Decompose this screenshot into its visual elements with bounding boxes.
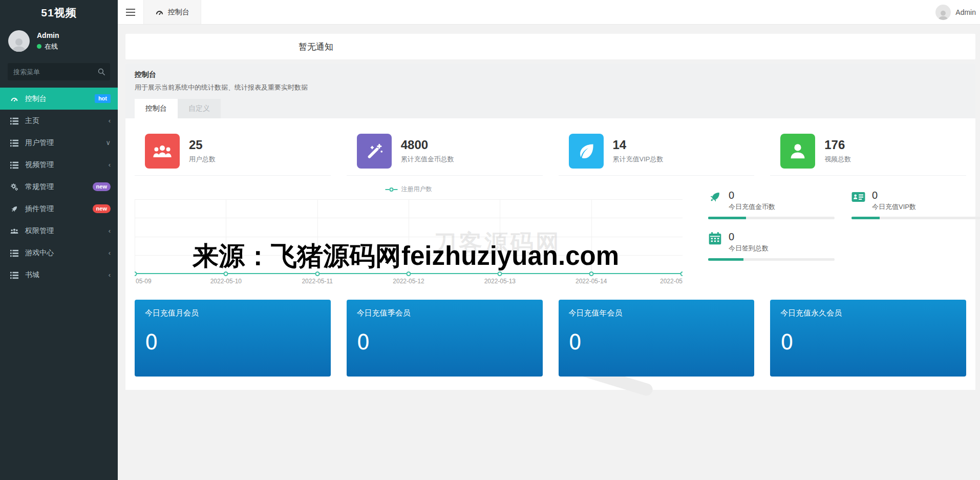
stat-card-total-users: 25用户总数 [135,127,331,176]
member-card-month: 今日充值月会员0 [135,300,331,377]
sidebar-item-label: 插件管理 [25,204,54,214]
progress-bar [851,217,980,219]
sidebar-item-users[interactable]: 用户管理∨ [0,132,118,154]
tab-console[interactable]: 控制台 [135,99,178,118]
calendar-icon [708,232,722,245]
user-status-label: 在线 [45,42,58,51]
member-card-label: 今日充值年会员 [569,308,744,318]
today-stats-grid: 0今日充值金币数0今日充值VIP数0今日签到总数 [708,184,980,287]
search-input[interactable] [8,63,110,80]
chevron-left-icon: ‹ [109,227,111,234]
panel-header: 控制台 用于展示当前系统中的统计数据、统计报表及重要实时数据 控制台自定义 [125,64,975,118]
data-point-marker [407,272,411,276]
user-status: 在线 [37,42,59,51]
tab-custom[interactable]: 自定义 [178,99,221,118]
gears-icon [10,183,18,191]
legend-line-marker-icon [386,187,398,192]
notice-bar: 暂无通知 [125,34,975,59]
panel-description: 用于展示当前系统中的统计数据、统计报表及重要实时数据 [135,83,966,92]
sidebar-item-plugins[interactable]: 插件管理new [0,198,118,220]
list-icon [10,117,18,125]
magic-wand-icon [357,134,392,169]
topbar: 控制台 Admin [118,0,980,25]
stat-value: 25 [189,138,216,152]
chevron-left-icon: ‹ [109,161,111,168]
sidebar-user-block: Admin 在线 [0,23,118,57]
stat-card-total-coins: 4800累计充值金币总数 [347,127,543,176]
member-card-forever: 今日充值永久会员0 [770,300,966,377]
chevron-left-icon: ‹ [109,272,111,278]
sidebar-item-games[interactable]: 游戏中心‹ [0,242,118,264]
chart-x-axis-labels: 05-092022-05-102022-05-112022-05-122022-… [135,278,683,285]
today-stat-today-vip: 0今日充值VIP数 [851,190,980,219]
data-point-marker [589,272,593,276]
grid-line [135,255,683,256]
member-card-value: 0 [357,330,532,354]
menu-badge: new [93,182,111,191]
chart-plot-area [135,199,683,274]
leaf-icon [569,134,604,169]
stat-value: 14 [613,138,664,152]
sidebar-item-console[interactable]: 控制台hot [0,88,118,110]
chevron-left-icon: ‹ [109,249,111,256]
online-dot-icon [37,44,41,49]
sidebar-item-bookstore[interactable]: 书城‹ [0,264,118,286]
today-stat-value: 0 [872,190,916,200]
today-stat-label: 今日签到总数 [729,244,769,253]
grid-line [135,237,683,237]
panel-tabs: 控制台自定义 [135,99,966,118]
list-icon [10,249,18,257]
sidebar-item-videos[interactable]: 视频管理‹ [0,154,118,176]
sidebar-item-general[interactable]: 常规管理new [0,176,118,198]
dashboard-row: 注册用户数 05-092022-05-102022-05-112022-05-1… [135,184,966,287]
dashboard-icon [10,95,18,103]
legend-label: 注册用户数 [401,185,432,194]
content: 暂无通知 控制台 用于展示当前系统中的统计数据、统计报表及重要实时数据 控制台自… [118,25,980,390]
member-card-year: 今日充值年会员0 [559,300,755,377]
member-card-value: 0 [780,330,956,354]
sidebar-item-label: 书城 [25,270,39,280]
data-point-marker [135,272,137,276]
notice-text: 暂无通知 [299,41,333,53]
data-point-marker [224,272,228,276]
sidebar-item-home[interactable]: 主页‹ [0,110,118,132]
stat-label: 视频总数 [824,155,851,164]
topbar-tab-label: 控制台 [168,8,189,17]
list-icon [10,271,18,279]
member-card-label: 今日充值月会员 [145,308,321,318]
sidebar-item-label: 控制台 [25,94,47,103]
users-icon [145,134,180,169]
member-card-label: 今日充值永久会员 [780,308,956,318]
progress-fill [851,217,880,219]
sidebar-item-label: 权限管理 [25,226,54,236]
sidebar-menu: 控制台hot主页‹用户管理∨视频管理‹常规管理new插件管理new权限管理‹游戏… [0,88,118,286]
x-axis-tick-label: 2022-05 [660,278,683,285]
x-axis-tick-label: 05-09 [136,278,152,285]
x-axis-tick-label: 2022-05-11 [302,278,333,285]
hamburger-menu-icon[interactable] [118,0,143,24]
topbar-user-label: Admin [955,8,976,16]
list-icon [10,161,18,169]
data-point-marker [680,272,683,276]
topbar-user-menu[interactable]: Admin [935,0,980,24]
menu-badge: new [93,204,111,213]
data-point-marker [498,272,502,276]
today-stat-value: 0 [729,190,775,200]
list-icon [10,139,18,147]
topbar-avatar [935,5,951,20]
grid-line [135,218,683,218]
today-stat-value: 0 [729,232,769,242]
chart-legend-item[interactable]: 注册用户数 [386,185,432,194]
stat-label: 累计充值金币总数 [401,155,454,164]
stat-value: 4800 [401,138,454,152]
register-users-chart: 注册用户数 05-092022-05-102022-05-112022-05-1… [135,184,683,287]
today-stat-label: 今日充值VIP数 [872,202,916,212]
sidebar-item-permissions[interactable]: 权限管理‹ [0,220,118,242]
menu-badge: hot [95,94,111,103]
users-icon [10,227,18,235]
data-point-marker [315,272,319,276]
user-avatar [8,30,30,52]
stat-card-total-vip: 14累计充值VIP总数 [559,127,755,176]
topbar-tab-console[interactable]: 控制台 [143,0,201,24]
x-axis-tick-label: 2022-05-14 [576,278,607,285]
